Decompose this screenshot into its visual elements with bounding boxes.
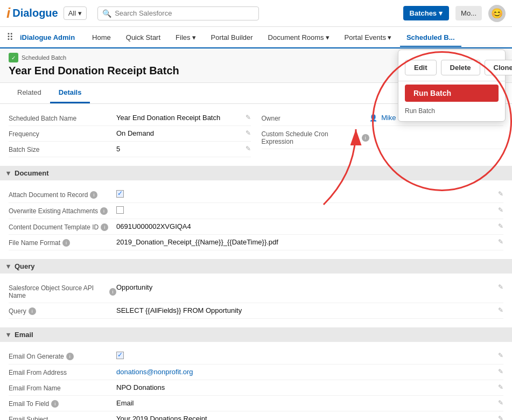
dropdown-action-row: Edit Delete Clone [398,55,505,78]
logo-brand: Dialogue [12,7,58,19]
field-object-source: Salesforce Object Source API Name i Oppo… [9,280,503,303]
field-label-query: Query i [9,306,116,315]
edit-icon-frequency[interactable]: ✎ [246,129,251,137]
more-button[interactable]: Mo... [455,6,482,20]
search-icon: 🔍 [102,9,111,18]
edit-icon-email-subject[interactable]: ✎ [498,415,503,420]
more-label: Mo... [461,9,476,17]
edit-icon-batch-size[interactable]: ✎ [246,145,251,152]
nav-portal-events[interactable]: Portal Events ▾ [338,29,398,46]
section-email-title: Email [15,331,33,339]
field-label-overwrite: Overwrite Existing Attachments i [9,206,116,215]
dropdown-menu: Edit Delete Clone Run Batch Run Batch [398,50,506,122]
email-fields: Email On Generate i ✎ Email From Address… [0,342,512,420]
record-type-label: Scheduled Batch [22,54,66,61]
field-email-from-address: Email From Address donations@nonprofit.o… [9,365,503,380]
nav-document-rooms[interactable]: Document Rooms ▾ [262,29,336,46]
query-info-icon[interactable]: i [29,307,36,315]
edit-icon-query[interactable]: ✎ [498,306,503,314]
field-value-email-from-address: donations@nonprofit.org [116,368,498,376]
edit-icon-email-from-name[interactable]: ✎ [498,383,503,391]
grid-icon[interactable]: ⠿ [6,31,13,43]
field-value-overwrite [116,206,498,215]
field-value-frequency: On Demand [116,129,246,137]
cron-info-icon[interactable]: i [362,134,369,142]
field-label-batch-size: Batch Size [9,145,116,153]
section-document-header[interactable]: ▾ Document [0,166,512,180]
overwrite-info-icon[interactable]: i [100,207,108,215]
nav-scheduled-batch[interactable]: Scheduled B... [400,29,461,47]
field-label-email-from-name: Email From Name [9,383,116,392]
section-query-header[interactable]: ▾ Query [0,259,512,274]
edit-icon-object-source[interactable]: ✎ [498,283,503,291]
email-to-field-info-icon[interactable]: i [51,400,59,408]
all-dropdown[interactable]: All ▾ [64,6,87,20]
nav-files[interactable]: Files ▾ [169,29,202,46]
tab-details[interactable]: Details [50,83,90,103]
section-document-title: Document [15,169,49,177]
field-template-id: Content Document Template ID i 0691U0000… [9,219,503,235]
top-nav: iDialogue All ▾ 🔍 Batches ▾ Mo... 😊 [0,0,512,27]
field-value-file-name-format: 2019_Donation_Receipt_{{Name}}_{{DateTim… [116,238,498,246]
batches-button[interactable]: Batches ▾ [403,6,450,20]
main-content: Scheduled Batch Name Year End Donation R… [0,104,512,420]
edit-icon-email-on-generate[interactable]: ✎ [498,352,503,359]
query-chevron-icon: ▾ [6,262,10,270]
field-file-name-format: File Name Format i 2019_Donation_Receipt… [9,235,503,250]
app-nav: ⠿ iDialogue Admin Home Quick Start Files… [0,27,512,48]
attach-doc-info-icon[interactable]: i [90,191,97,199]
edit-icon-batch-name[interactable]: ✎ [246,114,251,121]
field-value-query: SELECT {{AllFields}} FROM Opportunity [116,306,498,314]
template-id-info-icon[interactable]: i [101,223,108,231]
batches-label: Batches [410,9,437,17]
edit-icon-attach-doc[interactable]: ✎ [498,190,503,198]
run-batch-label-secondary: Run Batch [398,104,505,118]
email-on-generate-info-icon[interactable]: i [66,353,74,360]
field-label-frequency: Frequency [9,129,116,138]
clone-button[interactable]: Clone [485,60,512,75]
query-fields: Salesforce Object Source API Name i Oppo… [0,274,512,325]
portal-events-arrow-icon: ▾ [388,33,391,41]
tab-related[interactable]: Related [9,83,50,103]
field-value-email-from-name: NPO Donations [116,383,498,391]
delete-button[interactable]: Delete [441,60,480,75]
edit-icon-email-to-field[interactable]: ✎ [498,399,503,407]
field-label-template-id: Content Document Template ID i [9,222,116,231]
edit-icon-template-id[interactable]: ✎ [498,222,503,230]
field-email-on-generate: Email On Generate i ✎ [9,348,503,365]
edit-icon-file-name-format[interactable]: ✎ [498,238,503,246]
overwrite-checkbox[interactable] [116,206,124,214]
email-on-generate-checkbox[interactable] [116,352,124,359]
logo: iDialogue [6,5,58,22]
nav-quickstart[interactable]: Quick Start [120,29,167,46]
object-source-info-icon[interactable]: i [109,288,116,296]
field-label-email-from-address: Email From Address [9,368,116,376]
edit-button[interactable]: Edit [405,60,437,75]
edit-icon-overwrite[interactable]: ✎ [498,206,503,214]
field-value-attach-doc [116,190,498,199]
field-value-template-id: 0691U000002XVGIQA4 [116,222,498,230]
record-type-icon: ✓ [9,53,18,62]
nav-portal-builder[interactable]: Portal Builder [205,29,259,46]
field-cron: Custom Schedule Cron Expression i [262,126,504,149]
field-value-batch-size: 5 [116,145,246,153]
field-label-email-on-generate: Email On Generate i [9,352,116,360]
nav-home[interactable]: Home [86,29,117,46]
record-title: Year End Donation Receipt Batch [9,65,179,77]
field-label-cron: Custom Schedule Cron Expression i [262,129,369,145]
all-label: All [68,9,76,17]
field-query: Query i SELECT {{AllFields}} FROM Opport… [9,303,503,319]
section-email-header[interactable]: ▾ Email [0,327,512,342]
batches-arrow-icon: ▾ [439,9,443,17]
edit-icon-email-from-address[interactable]: ✎ [498,368,503,375]
avatar[interactable]: 😊 [488,5,506,22]
file-name-info-icon[interactable]: i [62,239,70,247]
field-value-batch-name: Year End Donation Receipt Batch [116,114,246,122]
search-input[interactable] [115,9,254,17]
email-from-address-link[interactable]: donations@nonprofit.org [116,368,193,376]
search-bar[interactable]: 🔍 [97,6,259,20]
field-scheduled-batch-name: Scheduled Batch Name Year End Donation R… [9,110,251,126]
run-batch-button[interactable]: Run Batch [405,85,499,102]
field-email-subject: Email Subject Your 2019 Donations Receip… [9,411,503,420]
attach-doc-checkbox[interactable] [116,190,124,198]
